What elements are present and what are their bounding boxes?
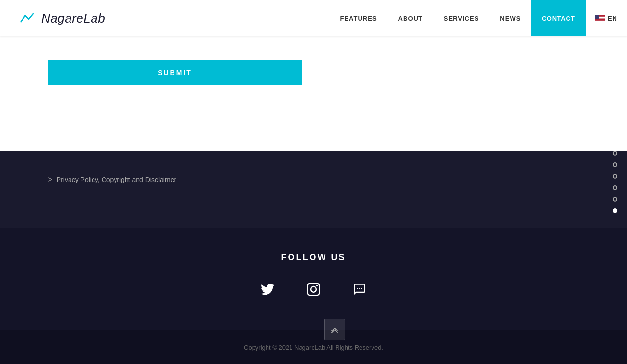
back-to-top-button[interactable]: [324, 319, 345, 340]
twitter-icon: [261, 283, 274, 296]
flag-icon: [595, 15, 605, 22]
nav-contact[interactable]: CONTACT: [531, 0, 586, 36]
nav-features[interactable]: FEATURES: [330, 0, 388, 36]
nav-news[interactable]: NEWS: [489, 0, 531, 36]
link-arrow: >: [48, 175, 55, 183]
privacy-link-container: > Privacy Policy, Copyright and Disclaim…: [48, 175, 579, 184]
svg-rect-7: [595, 20, 605, 20]
chat-icon: [353, 283, 366, 296]
main-nav: FEATURES ABOUT SERVICES NEWS CONTACT EN: [330, 0, 627, 36]
side-dot-2[interactable]: [613, 162, 617, 167]
chevron-up-icon: [330, 325, 339, 334]
privacy-link[interactable]: Privacy Policy, Copyright and Disclaimer: [57, 176, 176, 183]
svg-point-11: [357, 288, 358, 289]
contact-form-section: SUBMIT: [0, 36, 627, 151]
logo-icon: [19, 10, 36, 27]
side-dot-5[interactable]: [613, 197, 617, 202]
logo[interactable]: NagareLab: [0, 10, 105, 27]
side-nav-dots: [613, 151, 617, 213]
svg-rect-9: [595, 21, 605, 21]
footer-top: > Privacy Policy, Copyright and Disclaim…: [0, 151, 627, 228]
nav-services[interactable]: SERVICES: [433, 0, 490, 36]
instagram-link[interactable]: [302, 278, 325, 301]
copyright-bar: Copyright © 2021 NagareLab All Rights Re…: [0, 330, 627, 364]
language-selector[interactable]: EN: [586, 0, 627, 36]
svg-rect-6: [595, 19, 605, 19]
nav-about[interactable]: ABOUT: [388, 0, 433, 36]
side-dot-3[interactable]: [613, 174, 617, 179]
header: NagareLab FEATURES ABOUT SERVICES NEWS C…: [0, 0, 627, 36]
side-dot-6[interactable]: [613, 208, 617, 213]
submit-button[interactable]: SUBMIT: [48, 60, 302, 85]
side-dot-1[interactable]: [613, 151, 617, 156]
copyright-text: Copyright © 2021 NagareLab All Rights Re…: [244, 344, 383, 351]
side-dot-4[interactable]: [613, 185, 617, 190]
chat-link[interactable]: [348, 278, 371, 301]
lang-label: EN: [608, 15, 617, 22]
footer-follow-section: FOLLOW US: [0, 228, 627, 330]
social-icons-container: [0, 278, 627, 301]
svg-point-12: [359, 288, 360, 289]
svg-point-13: [361, 288, 362, 289]
twitter-link[interactable]: [256, 278, 279, 301]
main-content: SUBMIT > Privacy Policy, Copyright and D…: [0, 0, 627, 364]
follow-us-title: FOLLOW US: [0, 252, 627, 262]
logo-text: NagareLab: [41, 11, 105, 26]
svg-rect-10: [595, 15, 599, 19]
instagram-icon: [307, 283, 320, 296]
svg-rect-8: [595, 20, 605, 21]
